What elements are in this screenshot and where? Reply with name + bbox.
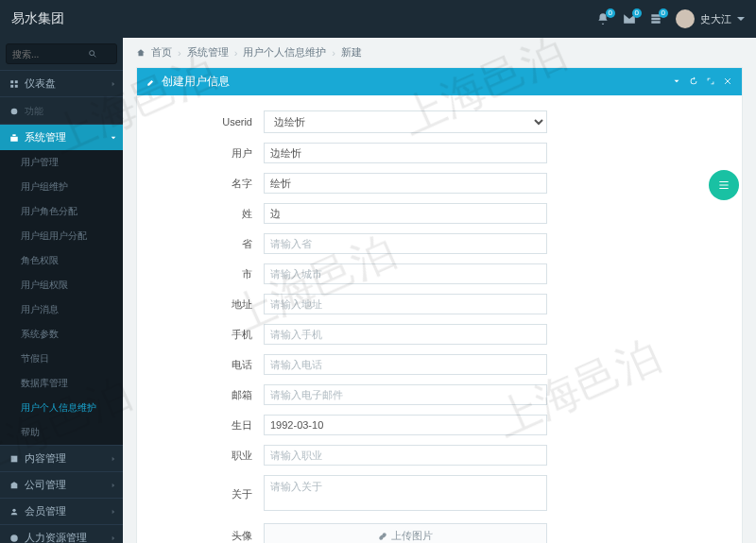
search-field[interactable] <box>12 49 88 59</box>
sidebar: 仪表盘 功能 系统管理 用户管理 用户组维护 用户角色分配 用户组用户分配 角色… <box>0 38 123 543</box>
lbl-mobile: 手机 <box>160 328 264 342</box>
sub-ugr[interactable]: 用户组用户分配 <box>0 224 123 248</box>
user-menu[interactable]: 史大江 <box>676 9 745 28</box>
upload-button[interactable]: 上传图片 <box>264 523 547 543</box>
sidebar-item-company[interactable]: 公司管理 <box>0 471 123 498</box>
write-icon <box>146 77 156 87</box>
sub-user-info[interactable]: 用户个人信息维护 <box>0 396 123 420</box>
sidebar-item-dashboard[interactable]: 仪表盘 <box>0 70 123 96</box>
mail-icon[interactable]: 0 <box>623 12 636 25</box>
province-input[interactable] <box>264 233 547 254</box>
birthday-input[interactable] <box>264 415 547 435</box>
svg-rect-3 <box>10 84 13 87</box>
svg-rect-1 <box>10 80 13 83</box>
about-input[interactable] <box>264 475 547 511</box>
close-icon[interactable] <box>723 76 732 89</box>
sub-help[interactable]: 帮助 <box>0 420 123 445</box>
task-icon[interactable]: 0 <box>649 12 662 25</box>
search-input[interactable] <box>6 43 117 64</box>
lbl-name: 名字 <box>160 177 264 191</box>
main: 首页› 系统管理› 用户个人信息维护› 新建 创建用户信息 Userid边绘忻 … <box>123 38 756 543</box>
collapse-icon[interactable] <box>672 76 681 89</box>
fab-button[interactable] <box>709 170 739 200</box>
sub-sys-param[interactable]: 系统参数 <box>0 322 123 347</box>
city-input[interactable] <box>264 263 547 284</box>
lbl-email: 邮箱 <box>160 388 264 402</box>
lbl-addr: 地址 <box>160 297 264 312</box>
lbl-about: 关于 <box>160 487 264 501</box>
mobile-input[interactable] <box>264 324 547 345</box>
lbl-city: 市 <box>160 267 264 281</box>
search-icon <box>88 49 97 59</box>
addr-input[interactable] <box>264 294 547 314</box>
name-input[interactable] <box>264 173 547 194</box>
svg-rect-2 <box>15 80 18 83</box>
top-bar: 易水集团 0 0 0 史大江 <box>0 0 756 38</box>
job-input[interactable] <box>264 445 547 466</box>
crumb-info[interactable]: 用户个人信息维护 <box>243 45 326 59</box>
panel-title: 创建用户信息 <box>162 74 230 90</box>
panel-head: 创建用户信息 <box>137 68 742 95</box>
expand-icon[interactable] <box>706 76 715 89</box>
lbl-user: 用户 <box>160 146 264 161</box>
top-right: 0 0 0 史大江 <box>596 9 745 28</box>
form: Userid边绘忻 用户 名字 姓 省 市 地址 手机 电话 邮箱 生日 职业 … <box>137 95 742 543</box>
sub-role-perm[interactable]: 角色权限 <box>0 248 123 273</box>
lbl-avatar: 头像 <box>160 529 264 543</box>
phone-input[interactable] <box>264 354 547 375</box>
bell-icon[interactable]: 0 <box>596 12 610 25</box>
svg-point-5 <box>11 109 18 115</box>
sidebar-heading-functions: 功能 <box>0 96 123 124</box>
user-input[interactable] <box>264 143 547 163</box>
svg-point-6 <box>12 508 15 511</box>
sidebar-item-sysmgmt[interactable]: 系统管理 <box>0 124 123 150</box>
lbl-birthday: 生日 <box>160 418 264 433</box>
sidebar-item-content[interactable]: 内容管理 <box>0 445 123 471</box>
link-icon <box>378 532 387 541</box>
breadcrumb: 首页› 系统管理› 用户个人信息维护› 新建 <box>123 38 756 67</box>
surname-input[interactable] <box>264 203 547 224</box>
sub-user-role[interactable]: 用户角色分配 <box>0 199 123 224</box>
sub-calendar[interactable]: 节假日 <box>0 347 123 371</box>
lbl-surname: 姓 <box>160 207 264 221</box>
sidebar-item-member[interactable]: 会员管理 <box>0 498 123 524</box>
lbl-province: 省 <box>160 237 264 251</box>
chevron-down-icon <box>737 17 745 25</box>
svg-point-0 <box>90 51 94 56</box>
lbl-userid: Userid <box>160 116 264 127</box>
email-input[interactable] <box>264 384 547 405</box>
sidebar-item-hr[interactable]: 人力资源管理 <box>0 524 123 543</box>
search-wrap <box>0 38 123 70</box>
sub-db-mgmt[interactable]: 数据库管理 <box>0 371 123 396</box>
sub-user-msg[interactable]: 用户消息 <box>0 297 123 322</box>
svg-rect-4 <box>15 84 18 87</box>
side-list: 仪表盘 功能 系统管理 用户管理 用户组维护 用户角色分配 用户组用户分配 角色… <box>0 70 123 543</box>
sub-user-mgmt[interactable]: 用户管理 <box>0 150 123 175</box>
crumb-home[interactable]: 首页 <box>151 45 172 59</box>
brand: 易水集团 <box>11 10 64 27</box>
svg-point-7 <box>10 535 18 542</box>
lbl-job: 职业 <box>160 449 264 463</box>
crumb-sys[interactable]: 系统管理 <box>187 45 229 59</box>
sub-ugrp-perm[interactable]: 用户组权限 <box>0 273 123 297</box>
refresh-icon[interactable] <box>689 76 698 89</box>
crumb-new: 新建 <box>341 45 362 59</box>
sidebar-sub: 用户管理 用户组维护 用户角色分配 用户组用户分配 角色权限 用户组权限 用户消… <box>0 150 123 445</box>
home-icon <box>136 48 146 58</box>
userid-select[interactable]: 边绘忻 <box>264 110 547 133</box>
avatar <box>676 9 695 28</box>
panel: 创建用户信息 Userid边绘忻 用户 名字 姓 省 市 地址 手机 电话 邮箱 <box>136 67 743 543</box>
sub-user-grp[interactable]: 用户组维护 <box>0 175 123 199</box>
user-name: 史大江 <box>700 12 731 26</box>
lbl-phone: 电话 <box>160 358 264 372</box>
